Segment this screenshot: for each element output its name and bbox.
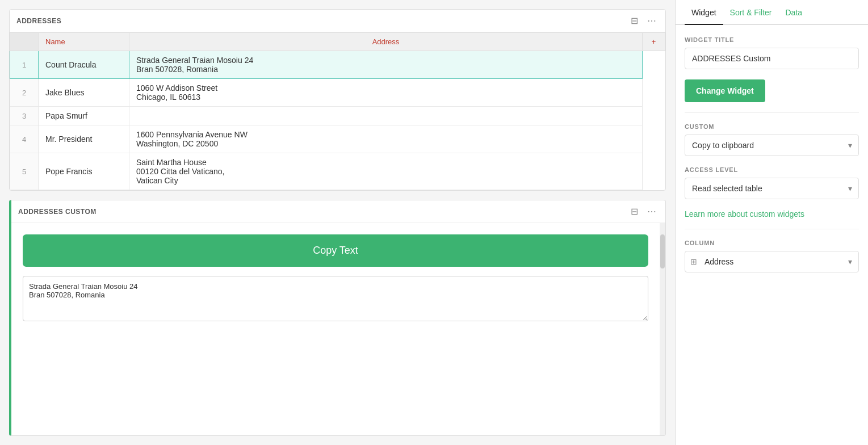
column-section: COLUMN ⊞ AddressName ▾: [685, 240, 859, 272]
row-address: Strada General Traian Mosoiu 24 Bran 507…: [129, 51, 643, 79]
table-widget-title: ADDRESSES: [16, 17, 61, 25]
learn-more-link[interactable]: Learn more about custom widgets: [685, 209, 859, 219]
row-num-header: [10, 33, 39, 51]
row-number: 2: [10, 79, 39, 107]
access-level-section: ACCESS LEVEL Read selected tableFull acc…: [685, 166, 859, 199]
more-options-button[interactable]: ⋯: [645, 14, 659, 27]
address-col-header: Address: [129, 33, 643, 51]
row-number: 1: [10, 51, 39, 79]
custom-more-icon: ⋯: [647, 206, 656, 217]
table-row[interactable]: 2Jake Blues1060 W Addison Street Chicago…: [10, 79, 665, 107]
row-number: 5: [10, 153, 39, 190]
tab-widget[interactable]: Widget: [685, 0, 723, 25]
custom-header-actions: ⊟ ⋯: [628, 205, 659, 218]
table-container: Name Address + 1Count DraculaStrada Gene…: [10, 32, 665, 190]
table-row[interactable]: 1Count DraculaStrada General Traian Moso…: [10, 51, 665, 79]
row-name: Count Dracula: [39, 51, 129, 79]
tab-sort-filter[interactable]: Sort & Filter: [723, 0, 779, 25]
custom-label: CUSTOM: [685, 123, 859, 130]
filter-icon-button[interactable]: ⊟: [628, 14, 640, 27]
tab-data[interactable]: Data: [778, 0, 809, 25]
change-widget-section: Change Widget: [685, 79, 859, 102]
addresses-table-widget: ADDRESSES ⊟ ⋯ Name Address +: [9, 9, 666, 191]
row-name: Mr. President: [39, 125, 129, 153]
table-row[interactable]: 3Papa Smurf: [10, 107, 665, 125]
custom-widget-title: ADDRESSES Custom: [18, 208, 97, 216]
divider-1: [685, 112, 859, 113]
access-level-label: ACCESS LEVEL: [685, 166, 859, 173]
addresses-table: Name Address + 1Count DraculaStrada Gene…: [10, 32, 665, 190]
more-icon: ⋯: [647, 15, 656, 26]
table-row[interactable]: 5Pope FrancisSaint Martha House 00120 Ci…: [10, 153, 665, 190]
row-name: Papa Smurf: [39, 107, 129, 125]
row-number: 4: [10, 125, 39, 153]
custom-more-options-button[interactable]: ⋯: [645, 205, 659, 218]
table-header-actions: ⊟ ⋯: [628, 14, 659, 27]
text-output-area[interactable]: [23, 276, 648, 321]
widget-title-input[interactable]: [685, 48, 859, 69]
table-widget-header: ADDRESSES ⊟ ⋯: [10, 10, 665, 32]
custom-filter-icon: ⊟: [631, 206, 638, 217]
copy-text-button[interactable]: Copy Text: [23, 234, 648, 267]
widget-title-label: WIDGET TITLE: [685, 36, 859, 43]
scrollbar-thumb: [660, 234, 665, 268]
custom-widget-body: Copy Text: [11, 223, 660, 435]
row-name: Pope Francis: [39, 153, 129, 190]
column-select-wrapper: ⊞ AddressName ▾: [685, 251, 859, 272]
access-level-dropdown[interactable]: Read selected tableFull accessNo access: [685, 178, 859, 199]
access-level-select-wrapper: Read selected tableFull accessNo access: [685, 178, 859, 199]
custom-dropdown[interactable]: Copy to clipboardCustom Script: [685, 135, 859, 156]
row-number: 3: [10, 107, 39, 125]
row-address: 1060 W Addison Street Chicago, IL 60613: [129, 79, 643, 107]
table-body: 1Count DraculaStrada General Traian Moso…: [10, 51, 665, 190]
right-panel-content: WIDGET TITLE Change Widget CUSTOM Copy t…: [676, 25, 868, 284]
table-header-row: Name Address +: [10, 33, 665, 51]
row-address: [129, 107, 643, 125]
column-dropdown[interactable]: AddressName: [685, 251, 859, 272]
name-col-header: Name: [39, 33, 129, 51]
column-label: COLUMN: [685, 240, 859, 246]
custom-widget-panel: ADDRESSES Custom ⊟ ⋯ Copy Text: [9, 200, 666, 436]
divider-2: [685, 229, 859, 229]
custom-filter-icon-button[interactable]: ⊟: [628, 205, 640, 218]
add-col-header[interactable]: +: [643, 33, 665, 51]
row-name: Jake Blues: [39, 79, 129, 107]
table-row[interactable]: 4Mr. President1600 Pennsylvania Avenue N…: [10, 125, 665, 153]
right-panel: Widget Sort & Filter Data WIDGET TITLE C…: [675, 0, 868, 445]
main-area: ADDRESSES ⊟ ⋯ Name Address +: [0, 0, 675, 445]
custom-select-wrapper: Copy to clipboardCustom Script: [685, 135, 859, 156]
filter-icon: ⊟: [631, 15, 638, 26]
row-address: Saint Martha House 00120 Citta del Vatic…: [129, 153, 643, 190]
widget-title-section: WIDGET TITLE: [685, 36, 859, 69]
custom-section: CUSTOM Copy to clipboardCustom Script: [685, 123, 859, 156]
row-address: 1600 Pennsylvania Avenue NW Washington, …: [129, 125, 643, 153]
right-panel-tabs: Widget Sort & Filter Data: [676, 0, 868, 25]
change-widget-button[interactable]: Change Widget: [685, 79, 765, 102]
custom-widget-header: ADDRESSES Custom ⊟ ⋯: [11, 200, 665, 223]
scrollbar[interactable]: [660, 223, 665, 435]
